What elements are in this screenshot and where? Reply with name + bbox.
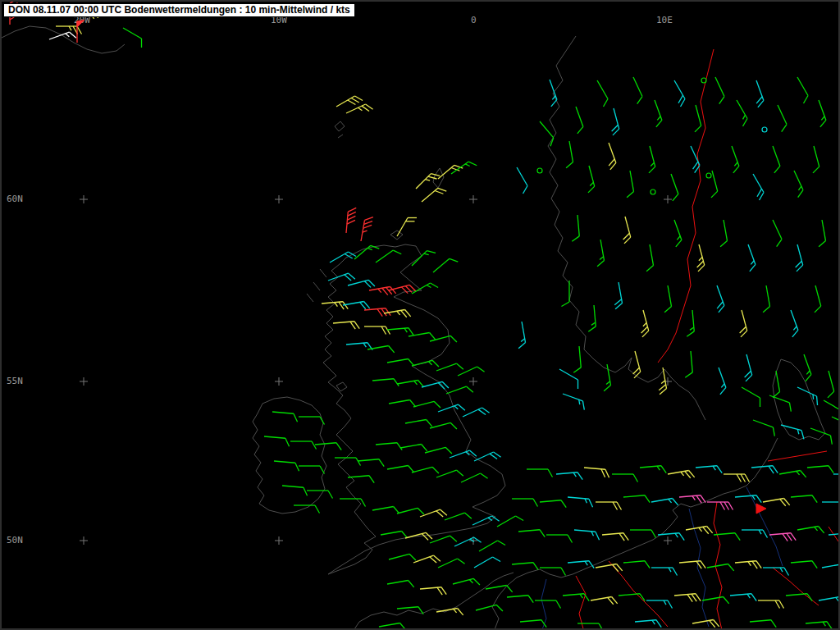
wind-barb: [346, 104, 373, 113]
wind-barb: [412, 467, 439, 473]
graticule-cross: [80, 536, 88, 545]
wind-barb: [664, 285, 671, 313]
wind-barb: [597, 240, 604, 267]
wind-barb: [778, 105, 787, 132]
wind-barb: [769, 533, 796, 541]
wind-barb: [123, 28, 142, 48]
wind-barb: [264, 436, 290, 446]
wind-barb: [527, 469, 553, 477]
wind-barb: [315, 443, 341, 450]
wind-barb: [707, 564, 734, 570]
wind-barb: [387, 580, 414, 587]
wind-barb: [422, 188, 446, 202]
wind-barb: [535, 600, 561, 609]
graticule-cross: [664, 536, 672, 545]
border-france-inland: [576, 576, 586, 630]
river: [541, 579, 546, 630]
wind-barb: [640, 466, 666, 473]
wind-barb: [368, 345, 395, 352]
wind-barb: [658, 533, 684, 541]
wind-barb: [633, 77, 642, 104]
coastlines: [2, 26, 825, 630]
graticule-cross: [80, 377, 88, 386]
wind-barb: [422, 381, 449, 389]
wind-barb: [697, 244, 705, 272]
wind-barb: [436, 363, 463, 371]
wind-barb: [832, 417, 840, 435]
wind-barb: [397, 508, 424, 514]
wind-barb: [745, 354, 752, 381]
wind-barb: [568, 561, 594, 568]
wind-barb: [763, 498, 790, 505]
wind-barb: [810, 428, 832, 445]
calm-station: [651, 189, 655, 194]
calm-station: [706, 173, 711, 178]
wind-barb: [576, 107, 583, 134]
wind-barb: [804, 354, 811, 381]
map-title: DON 08.11.07 00:00 UTC Bodenwettermeldun…: [8, 4, 350, 16]
wind-barb: [413, 401, 441, 408]
wind-barb: [695, 105, 701, 132]
wind-barb: [717, 285, 724, 313]
wind-barb: [763, 285, 769, 313]
wind-barb: [822, 502, 840, 510]
wind-barb: [463, 408, 490, 417]
wind-barb: [797, 526, 824, 532]
wind-barb: [623, 561, 650, 568]
wind-barb: [446, 386, 473, 394]
wind-barb: [512, 499, 538, 507]
wind-barb: [773, 220, 782, 247]
wind-barb: [397, 380, 424, 386]
wind-barb: [646, 244, 653, 272]
wind-barb: [540, 121, 554, 146]
wind-barb: [454, 537, 482, 546]
wind-barb: [758, 600, 784, 609]
wind-barb: [806, 622, 832, 629]
rivers: [541, 487, 783, 630]
wind-barb: [679, 561, 705, 568]
wind-barb: [425, 447, 452, 454]
wind-barb: [674, 594, 701, 602]
wind-barb: [381, 531, 408, 537]
wind-barb: [376, 250, 401, 262]
wind-barb: [384, 309, 411, 317]
wind-barb: [387, 465, 414, 472]
wind-barb: [451, 162, 477, 174]
wind-barb: [807, 466, 833, 473]
wind-barb: [578, 623, 604, 630]
wind-barb: [430, 536, 457, 543]
title-bar: DON 08.11.07 00:00 UTC Bodenwettermeldun…: [3, 3, 355, 17]
country-borders: [576, 49, 838, 630]
wind-barb: [730, 594, 756, 601]
wind-barb: [563, 594, 589, 601]
wind-barb: [612, 474, 638, 482]
border-norway-sweden: [658, 49, 714, 363]
wind-barb: [813, 146, 819, 173]
wind-barb: [769, 395, 791, 412]
wind-barb: [438, 404, 465, 412]
island-hebrides: [307, 269, 326, 302]
wind-barb: [696, 466, 722, 473]
wind-barb: [685, 351, 692, 377]
wind-barb: [649, 146, 655, 173]
wind-barb: [346, 208, 356, 233]
wind-barb: [299, 466, 325, 474]
lat-label: 55N: [7, 376, 23, 386]
weather-map-window: DON 08.11.07 00:00 UTC Bodenwettermeldun…: [0, 0, 840, 630]
wind-barb: [651, 568, 678, 576]
wind-barb: [420, 509, 447, 517]
city-markers: [756, 504, 766, 514]
wind-barb: [413, 555, 441, 563]
wind-barb: [574, 530, 600, 540]
wind-barb: [282, 486, 308, 495]
graticule-cross: [275, 195, 283, 203]
calm-station: [537, 168, 542, 173]
wind-barb: [328, 273, 355, 281]
wind-barb: [372, 506, 399, 513]
wind-barb: [737, 100, 747, 126]
wind-barb: [333, 322, 359, 329]
wind-barb: [796, 244, 803, 272]
wind-barb: [56, 26, 82, 34]
wind-barb: [588, 166, 595, 193]
wind-barb: [486, 585, 513, 591]
